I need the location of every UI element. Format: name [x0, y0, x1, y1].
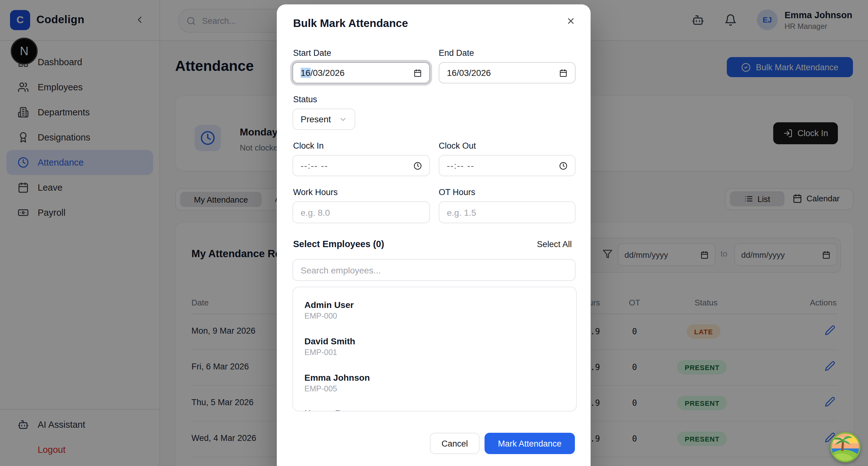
bulk-mark-attendance-modal: Bulk Mark Attendance Start Date End Date… [277, 4, 591, 466]
end-date-input[interactable]: 16/03/2026 [439, 62, 576, 84]
status-label: Status [293, 95, 317, 104]
select-employees-label: Select Employees (0) [293, 239, 384, 249]
calendar-icon[interactable] [413, 69, 422, 77]
close-icon[interactable] [565, 15, 577, 27]
mark-attendance-button[interactable]: Mark Attendance [485, 433, 575, 454]
employee-list: Admin User EMP-000 David Smith EMP-001 E… [292, 287, 577, 411]
palm-island-icon [830, 432, 861, 462]
clock-out-label: Clock Out [439, 141, 476, 151]
chevron-down-icon [339, 115, 347, 123]
clock-icon[interactable] [413, 162, 422, 170]
select-all-link[interactable]: Select All [537, 240, 572, 249]
work-hours-label: Work Hours [293, 188, 338, 197]
modal-title: Bulk Mark Attendance [293, 17, 408, 30]
clock-icon[interactable] [559, 162, 567, 170]
status-select[interactable]: Present [292, 108, 355, 130]
clock-in-time-input[interactable]: --:-- -- [292, 155, 430, 176]
cancel-button[interactable]: Cancel [430, 433, 479, 454]
employee-search-input[interactable] [292, 259, 576, 281]
clock-in-label: Clock In [293, 141, 324, 151]
ot-hours-label: OT Hours [439, 188, 475, 197]
calendar-icon[interactable] [559, 69, 567, 77]
vacation-island-badge[interactable] [830, 432, 861, 462]
ot-hours-input[interactable] [439, 201, 576, 223]
start-date-label: Start Date [293, 48, 331, 58]
app-root: EJ Emma Johnson HR Manager Attendance Bu… [0, 0, 868, 466]
work-hours-input[interactable] [292, 201, 430, 223]
clock-out-time-input[interactable]: --:-- -- [439, 155, 576, 176]
end-date-label: End Date [439, 48, 474, 58]
start-date-input[interactable]: 16/03/2026 [292, 62, 430, 84]
